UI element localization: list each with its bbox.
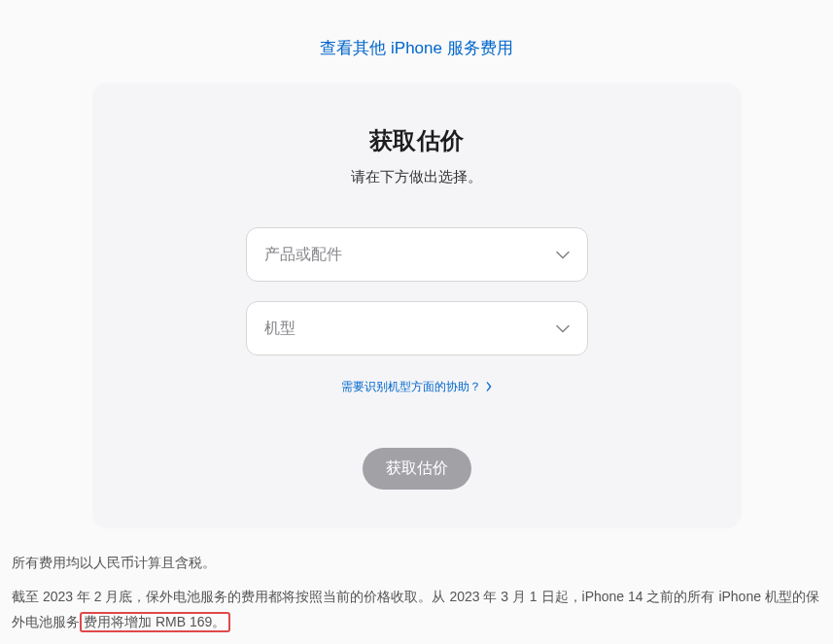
other-service-fees-link[interactable]: 查看其他 iPhone 服务费用 (320, 39, 512, 57)
chevron-right-icon (485, 381, 493, 394)
card-subtitle: 请在下方做出选择。 (131, 168, 703, 186)
identify-model-help-link[interactable]: 需要识别机型方面的协助？ (341, 379, 493, 395)
footnotes: 所有费用均以人民币计算且含税。 截至 2023 年 2 月底，保外电池服务的费用… (12, 550, 820, 635)
top-link-row: 查看其他 iPhone 服务费用 (0, 0, 833, 83)
footnote-2: 截至 2023 年 2 月底，保外电池服务的费用都将按照当前的价格收取。从 20… (12, 584, 820, 635)
product-select-wrap: 产品或配件 (246, 227, 588, 282)
model-select[interactable]: 机型 (246, 301, 588, 356)
estimate-card: 获取估价 请在下方做出选择。 产品或配件 机型 需要识别机型方面的协助？ 获取估… (92, 83, 742, 528)
product-select[interactable]: 产品或配件 (246, 227, 588, 282)
card-title: 获取估价 (131, 125, 703, 156)
footnote-1: 所有费用均以人民币计算且含税。 (12, 550, 820, 576)
chevron-down-icon (556, 248, 570, 261)
chevron-down-icon (556, 322, 570, 335)
get-estimate-button[interactable]: 获取估价 (363, 448, 471, 490)
model-select-placeholder: 机型 (264, 319, 295, 339)
product-select-placeholder: 产品或配件 (264, 245, 342, 265)
price-increase-highlight: 费用将增加 RMB 169。 (80, 612, 230, 632)
help-link-label: 需要识别机型方面的协助？ (341, 379, 481, 395)
model-select-wrap: 机型 (246, 301, 588, 356)
